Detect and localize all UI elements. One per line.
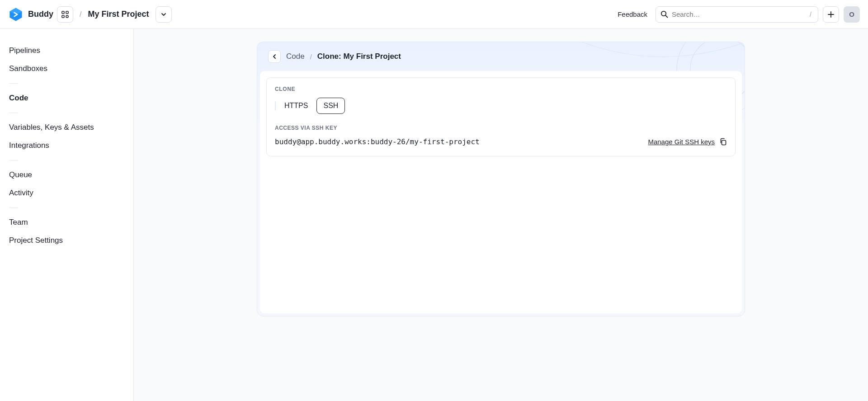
apps-grid-icon [61, 11, 69, 18]
sidebar-item-pipelines[interactable]: Pipelines [9, 42, 124, 60]
sidebar-item-integrations[interactable]: Integrations [9, 137, 124, 155]
sidebar-item-sandboxes[interactable]: Sandboxes [9, 60, 124, 78]
clone-url-row: buddy@app.buddy.works:buddy-26/my-first-… [275, 137, 727, 146]
sidebar: Pipelines Sandboxes Code Variables, Keys… [0, 29, 134, 401]
breadcrumb-separator: / [310, 53, 312, 61]
search-shortcut-hint: / [808, 11, 813, 18]
breadcrumb-separator: / [80, 10, 81, 19]
main: Code / Clone: My First Project Clone HTT… [134, 29, 868, 401]
svg-rect-4 [62, 15, 64, 18]
sidebar-item-code[interactable]: Code [9, 89, 124, 107]
access-method-label: Access via SSH key [275, 125, 727, 131]
project-dropdown-button[interactable] [156, 6, 172, 23]
panel-header: Code / Clone: My First Project [257, 42, 745, 71]
search-input[interactable] [672, 10, 808, 18]
copy-icon [719, 138, 727, 146]
svg-point-5 [66, 15, 68, 18]
feedback-link[interactable]: Feedback [618, 10, 647, 18]
sidebar-item-queue[interactable]: Queue [9, 166, 124, 184]
topbar: Buddy / My First Project Feedback / [0, 0, 868, 29]
tab-ssh[interactable]: SSH [316, 98, 345, 114]
sidebar-item-activity[interactable]: Activity [9, 184, 124, 202]
sidebar-item-project-settings[interactable]: Project Settings [9, 231, 124, 250]
svg-line-7 [665, 15, 667, 17]
search-icon [660, 10, 668, 18]
clone-card: Clone HTTPS SSH Access via SSH key buddy… [266, 77, 736, 156]
sidebar-separator [9, 113, 18, 113]
user-avatar[interactable]: O [844, 6, 860, 23]
project-name[interactable]: My First Project [88, 9, 149, 19]
plus-icon [828, 11, 834, 18]
sidebar-item-team[interactable]: Team [9, 213, 124, 231]
clone-url-actions: Manage Git SSH keys [648, 138, 727, 146]
svg-rect-3 [66, 11, 68, 14]
create-new-button[interactable] [823, 6, 839, 23]
tab-https[interactable]: HTTPS [278, 98, 315, 114]
svg-rect-2 [62, 11, 64, 14]
back-button[interactable] [268, 50, 281, 63]
brand-name[interactable]: Buddy [28, 9, 53, 19]
avatar-letter: O [849, 10, 854, 18]
manage-ssh-keys-link[interactable]: Manage Git SSH keys [648, 138, 715, 146]
buddy-logo[interactable] [8, 7, 24, 22]
breadcrumb-current: Clone: My First Project [317, 52, 401, 61]
topbar-left: Buddy / My First Project [8, 6, 172, 23]
sidebar-separator [9, 208, 18, 208]
chevron-down-icon [160, 11, 167, 18]
search-box[interactable]: / [656, 6, 818, 23]
sidebar-item-variables[interactable]: Variables, Keys & Assets [9, 118, 124, 137]
copy-url-button[interactable] [719, 138, 727, 146]
breadcrumb-parent[interactable]: Code [286, 52, 305, 61]
workspace-switcher-button[interactable] [57, 6, 73, 23]
chevron-left-icon [272, 54, 277, 59]
panel-body: Clone HTTPS SSH Access via SSH key buddy… [260, 71, 742, 313]
svg-rect-10 [722, 141, 726, 145]
segmented-indicator [275, 101, 276, 110]
main-panel: Code / Clone: My First Project Clone HTT… [257, 42, 745, 316]
clone-section-label: Clone [275, 86, 727, 92]
sidebar-separator [9, 83, 18, 84]
sidebar-separator [9, 160, 18, 160]
clone-protocol-toggle: HTTPS SSH [275, 98, 727, 114]
clone-url: buddy@app.buddy.works:buddy-26/my-first-… [275, 137, 480, 146]
